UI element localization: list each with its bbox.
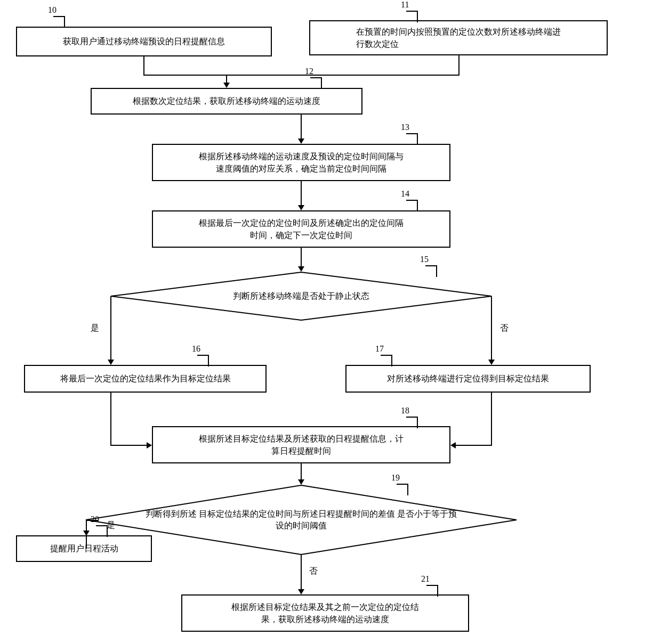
ref-hook-14 xyxy=(406,200,418,211)
ref-hook-21 xyxy=(426,585,438,597)
edge-15-16-arrow xyxy=(108,360,114,365)
process-21: 根据所述目标定位结果及其之前一次定位的定位结 果，获取所述移动终端的运动速度 xyxy=(181,594,469,632)
ref-label-11: 11 xyxy=(401,0,409,10)
edge-10-12-arrow xyxy=(223,83,230,88)
branch-yes-15: 是 xyxy=(91,323,99,334)
ref-label-10: 10 xyxy=(48,5,57,15)
edge-12-13-arrow xyxy=(298,138,304,144)
edge-10-12-v xyxy=(143,56,144,75)
edge-11-12-h xyxy=(226,75,460,76)
edge-15-16 xyxy=(110,296,111,360)
branch-no-19: 否 xyxy=(309,566,318,577)
ref-label-14: 14 xyxy=(401,189,409,199)
edge-15-17-arrow xyxy=(488,360,495,365)
process-10-text: 获取用户通过移动终端预设的日程提醒信息 xyxy=(63,35,225,47)
process-17-text: 对所述移动终端进行定位得到目标定位结果 xyxy=(387,372,549,385)
ref-hook-12 xyxy=(310,77,322,89)
ref-label-21: 21 xyxy=(421,574,430,584)
ref-hook-20 xyxy=(96,525,108,537)
ref-label-17: 17 xyxy=(375,344,384,354)
ref-hook-10 xyxy=(53,16,65,28)
process-11-text: 在预置的时间内按照预置的定位次数对所述移动终端进 行数次定位 xyxy=(356,26,561,50)
ref-hook-16 xyxy=(197,355,209,366)
ref-hook-15 xyxy=(425,265,437,277)
ref-label-20: 20 xyxy=(91,515,99,524)
process-20: 提醒用户日程活动 xyxy=(16,535,152,562)
edge-11-12-v xyxy=(458,55,460,75)
edge-17-18-h xyxy=(456,445,492,446)
ref-hook-13 xyxy=(406,133,418,145)
edge-18-19-arrow xyxy=(298,479,304,485)
ref-label-19: 19 xyxy=(391,473,400,483)
process-12-text: 根据数次定位结果，获取所述移动终端的运动速度 xyxy=(133,95,320,107)
process-11: 在预置的时间内按照预置的定位次数对所述移动终端进 行数次定位 xyxy=(309,20,608,55)
process-21-text: 根据所述目标定位结果及其之前一次定位的定位结 果，获取所述移动终端的运动速度 xyxy=(231,601,419,625)
process-17: 对所述移动终端进行定位得到目标定位结果 xyxy=(345,365,591,393)
ref-label-16: 16 xyxy=(192,344,200,354)
process-18-text: 根据所述目标定位结果及所述获取的日程提醒信息，计 算日程提醒时间 xyxy=(199,433,404,457)
edge-10-12-v2 xyxy=(226,75,227,83)
edge-17-18-v xyxy=(491,393,492,445)
ref-label-15: 15 xyxy=(420,255,429,264)
process-14: 根据最后一次定位的定位时间及所述确定出的定位间隔 时间，确定下一次定位时间 xyxy=(152,210,450,248)
ref-hook-19 xyxy=(397,484,408,495)
process-16: 将最后一次定位的定位结果作为目标定位结果 xyxy=(24,365,267,393)
ref-hook-11 xyxy=(406,11,418,22)
edge-15-17 xyxy=(491,296,492,360)
edge-16-18-h xyxy=(110,445,147,446)
process-10: 获取用户通过移动终端预设的日程提醒信息 xyxy=(16,27,272,56)
ref-label-13: 13 xyxy=(401,123,409,132)
decision-15-text: 判断所述移动终端是否处于静止状态 xyxy=(110,272,492,321)
decision-15: 判断所述移动终端是否处于静止状态 xyxy=(110,272,492,321)
edge-13-14 xyxy=(301,181,302,205)
process-13: 根据所述移动终端的运动速度及预设的定位时间间隔与 速度阈值的对应关系，确定当前定… xyxy=(152,144,450,181)
branch-yes-19: 是 xyxy=(107,520,115,531)
process-13-text: 根据所述移动终端的运动速度及预设的定位时间间隔与 速度阈值的对应关系，确定当前定… xyxy=(199,150,404,175)
ref-label-18: 18 xyxy=(401,406,409,415)
ref-hook-17 xyxy=(381,355,392,366)
edge-14-15-arrow xyxy=(298,266,304,272)
edge-19-21-arrow xyxy=(298,589,304,594)
edge-16-18-v xyxy=(110,393,111,445)
edge-10-12-h xyxy=(143,75,227,76)
ref-hook-18 xyxy=(406,417,418,428)
edge-13-14-arrow xyxy=(298,205,304,210)
edge-19-20-arrow xyxy=(83,531,90,536)
edge-14-15 xyxy=(301,248,302,267)
branch-no-15: 否 xyxy=(500,323,509,334)
process-20-text: 提醒用户日程活动 xyxy=(50,542,118,555)
edge-18-19 xyxy=(301,463,302,480)
edge-16-18-arrow xyxy=(147,442,152,449)
flowchart-canvas: 获取用户通过移动终端预设的日程提醒信息 10 在预置的时间内按照预置的定位次数对… xyxy=(0,0,661,644)
process-18: 根据所述目标定位结果及所述获取的日程提醒信息，计 算日程提醒时间 xyxy=(152,426,450,463)
edge-19-21 xyxy=(301,555,302,589)
edge-19-20-h-stub xyxy=(86,520,99,521)
edge-17-18-arrow xyxy=(450,442,456,449)
edge-12-13 xyxy=(301,115,302,138)
process-12: 根据数次定位结果，获取所述移动终端的运动速度 xyxy=(91,88,362,115)
process-16-text: 将最后一次定位的定位结果作为目标定位结果 xyxy=(60,372,231,385)
process-14-text: 根据最后一次定位的定位时间及所述确定出的定位间隔 时间，确定下一次定位时间 xyxy=(199,217,404,241)
